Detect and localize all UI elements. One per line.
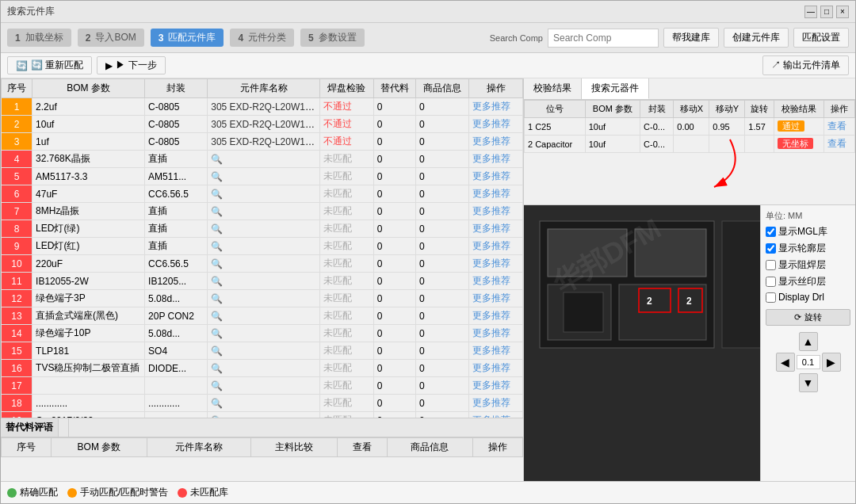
- checkbox-outline[interactable]: 显示轮廓层: [766, 242, 850, 255]
- table-row-op[interactable]: 更多推荐: [469, 377, 523, 395]
- next-step-btn[interactable]: ▶ ▶ 下一步: [97, 56, 165, 74]
- table-row-op[interactable]: 更多推荐: [469, 98, 523, 116]
- table-row-check: 未匹配: [320, 360, 373, 377]
- table-row-op[interactable]: 更多推荐: [469, 290, 523, 307]
- table-row-op[interactable]: 更多推荐: [469, 238, 523, 255]
- table-row-goods: 0: [415, 290, 468, 307]
- table-row-idx: 13: [2, 307, 32, 325]
- rematch-btn[interactable]: 🔄 🔄 重新匹配: [7, 56, 92, 74]
- tab-search[interactable]: 搜索元器件: [582, 78, 649, 99]
- table-row-alt: 0: [373, 168, 415, 185]
- bom-table-wrapper: 序号 BOM 参数 封装 元件库名称 焊盘检验 替代料 商品信息 操作 1 2.…: [1, 78, 523, 418]
- table-row-idx: 19: [2, 412, 32, 418]
- match-settings-btn[interactable]: 匹配设置: [793, 28, 849, 48]
- svg-rect-3: [548, 229, 627, 277]
- export-btn[interactable]: ↗ 输出元件清单: [762, 55, 849, 75]
- nav-up-btn[interactable]: ▲: [799, 332, 818, 351]
- right-panel-inner: 校验结果 搜索元器件 位号BOM 参数封装移动X移动Y旋转校验结果操作 1 C2…: [524, 78, 855, 481]
- col-alt: 替代料: [373, 79, 415, 98]
- table-row-goods: 0: [415, 325, 468, 342]
- table-row-idx: 2: [2, 116, 32, 133]
- table-row-pkg: 直插: [145, 203, 208, 220]
- legend-red-dot: [178, 488, 187, 498]
- nav-right-btn[interactable]: ▶: [822, 353, 841, 372]
- table-row-op[interactable]: 更多推荐: [469, 185, 523, 203]
- table-row-pkg: DIODE...: [145, 360, 208, 377]
- table-row-alt: 0: [373, 238, 415, 255]
- table-row-alt: 0: [373, 151, 415, 168]
- table-row: 16 TVS稳压抑制二极管直插 DIODE... 🔍 未匹配 0 0 更多推荐: [2, 360, 523, 377]
- table-row-op[interactable]: 更多推荐: [469, 412, 523, 418]
- result-col-header: 移动X: [674, 101, 709, 118]
- close-btn[interactable]: ×: [836, 6, 849, 18]
- step-5-btn[interactable]: 5 参数设置: [300, 29, 365, 47]
- table-row-goods: 0: [415, 395, 468, 412]
- table-row-check: 未匹配: [320, 395, 373, 412]
- table-row-goods: 0: [415, 168, 468, 185]
- table-row-pkg: ............: [145, 395, 208, 412]
- tab-verify[interactable]: 校验结果: [524, 78, 582, 99]
- table-row-pkg: 直插: [145, 220, 208, 238]
- table-row-op[interactable]: 更多推荐: [469, 133, 523, 151]
- table-row-alt: 0: [373, 133, 415, 151]
- table-row-op[interactable]: 更多推荐: [469, 325, 523, 342]
- checkbox-drl[interactable]: Display Drl: [766, 292, 850, 303]
- table-row-lib: 🔍: [208, 412, 320, 418]
- table-row-check: 未匹配: [320, 412, 373, 418]
- table-row-bom: 直插盒式端座(黑色): [32, 307, 145, 325]
- nav-left-btn[interactable]: ◀: [776, 353, 795, 372]
- checkbox-mgl[interactable]: 显示MGL库: [766, 225, 850, 239]
- table-row-op[interactable]: 更多推荐: [469, 395, 523, 412]
- step-3-btn[interactable]: 3 匹配元件库: [151, 29, 224, 47]
- table-row-lib: 🔍: [208, 168, 320, 185]
- checkbox-soldermask[interactable]: 显示阻焊层: [766, 258, 850, 272]
- rotate-btn[interactable]: ⟳ 旋转: [766, 309, 850, 326]
- table-row-op[interactable]: 更多推荐: [469, 151, 523, 168]
- step-4-btn[interactable]: 4 元件分类: [230, 29, 294, 47]
- table-row-op[interactable]: 更多推荐: [469, 220, 523, 238]
- result-table-row: 2 Capacitor 10uf C-0... 无坐标 查看: [525, 136, 855, 153]
- table-row-lib: 🔍: [208, 290, 320, 307]
- table-row-op[interactable]: 更多推荐: [469, 168, 523, 185]
- table-row-alt: 0: [373, 220, 415, 238]
- table-row-check: 未匹配: [320, 220, 373, 238]
- table-row-goods: 0: [415, 133, 468, 151]
- table-row-op[interactable]: 更多推荐: [469, 360, 523, 377]
- table-row-pkg: 5.08d...: [145, 325, 208, 342]
- checkbox-silkscreen[interactable]: 显示丝印层: [766, 275, 850, 288]
- table-row-lib: 305 EXD-R2Q-L20W12T7-: [208, 116, 320, 133]
- table-row-op[interactable]: 更多推荐: [469, 307, 523, 325]
- table-row-op[interactable]: 更多推荐: [469, 203, 523, 220]
- table-row-pkg: C-0805: [145, 98, 208, 116]
- help-build-btn[interactable]: 帮我建库: [663, 28, 719, 48]
- search-input[interactable]: [548, 29, 659, 48]
- alt-col-header: 查看: [337, 438, 387, 457]
- minimize-btn[interactable]: —: [804, 6, 817, 18]
- table-row: 6 47uF CC6.56.5 🔍 未匹配 0 0 更多推荐: [2, 185, 523, 203]
- create-lib-btn[interactable]: 创建元件库: [724, 28, 789, 48]
- table-row: 19 On 2017/9/22 🔍 未匹配 0 0 更多推荐: [2, 412, 523, 418]
- alt-col-header: 操作: [473, 438, 523, 457]
- table-row-goods: 0: [415, 342, 468, 360]
- nav-down-btn[interactable]: ▼: [799, 373, 818, 392]
- table-row-check: 不通过: [320, 133, 373, 151]
- maximize-btn[interactable]: □: [820, 6, 833, 18]
- step-1-btn[interactable]: 1 加载坐标: [7, 29, 71, 47]
- step-2-btn[interactable]: 2 导入BOM: [78, 29, 144, 47]
- table-row-op[interactable]: 更多推荐: [469, 116, 523, 133]
- result-col-header: 位号: [525, 101, 586, 118]
- step-bar-right: Search Comp 帮我建库 创建元件库 匹配设置: [490, 28, 849, 48]
- table-row-bom: IB12055-2W: [32, 273, 145, 290]
- table-row-op[interactable]: 更多推荐: [469, 255, 523, 273]
- table-row-pkg: IB1205...: [145, 273, 208, 290]
- table-row-pkg: 20P CON2: [145, 307, 208, 325]
- nav-value-input[interactable]: [797, 355, 820, 369]
- table-row-lib: 🔍: [208, 325, 320, 342]
- table-row-lib: 🔍: [208, 377, 320, 395]
- table-row: 14 绿色端子10P 5.08d... 🔍 未匹配 0 0 更多推荐: [2, 325, 523, 342]
- table-row-alt: 0: [373, 98, 415, 116]
- table-row-pkg: [145, 377, 208, 395]
- table-row-op[interactable]: 更多推荐: [469, 342, 523, 360]
- table-row-op[interactable]: 更多推荐: [469, 273, 523, 290]
- table-row-goods: 0: [415, 412, 468, 418]
